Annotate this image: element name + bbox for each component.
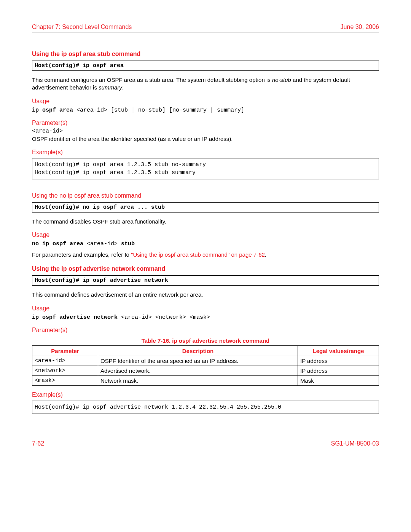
col-legal: Legal values/range — [298, 346, 379, 356]
cell-legal: IP address — [298, 366, 379, 375]
text: . — [265, 251, 266, 258]
cell-param: <mask> — [32, 375, 98, 386]
text: For parameters and examples, refer to — [32, 251, 131, 258]
table-row: <mask> Network mask. Mask — [32, 375, 379, 386]
header-left: Chapter 7: Second Level Commands — [32, 24, 132, 30]
param-desc: OSPF identifier of the area the identifi… — [32, 135, 379, 143]
usage-label-2: Usage — [32, 232, 379, 238]
page-header: Chapter 7: Second Level Commands June 30… — [32, 24, 379, 32]
cell-desc: Advertised network. — [98, 366, 298, 375]
usage-line-stub: ip ospf area <area-id> [stub | no-stub] … — [32, 106, 379, 113]
usage-args: <area-id> — [87, 241, 118, 247]
cmd-box-nostub: Host(config)# no ip ospf area ... stub — [32, 202, 379, 212]
col-parameter: Parameter — [32, 346, 98, 356]
section-title-nostub: Using the no ip ospf area stub command — [32, 192, 379, 199]
text: . — [122, 84, 124, 91]
cell-desc: OSPF Identifier of the area specified as… — [98, 356, 298, 366]
usage-bold: no ip ospf area — [32, 241, 87, 247]
intro-text-nostub: The command disables OSPF stub area func… — [32, 218, 379, 225]
parameters-label-3: Parameter(s) — [32, 327, 379, 334]
intro-text-advertise: This command defines advertisement of an… — [32, 291, 379, 299]
cell-legal: IP address — [298, 356, 379, 366]
cell-param: <network> — [32, 366, 98, 375]
text-italic: summary — [99, 84, 122, 91]
intro-text-stub: This command configures an OSPF area as … — [32, 76, 379, 92]
usage-args: <area-id> <network> <mask> — [121, 314, 210, 321]
section-title-advertise: Using the ip ospf advertise network comm… — [32, 265, 379, 272]
table-row: <network> Advertised network. IP address — [32, 366, 379, 375]
usage-label: Usage — [32, 98, 379, 105]
page-footer: 7-62 SG1-UM-8500-03 — [32, 437, 379, 447]
examples-label: Example(s) — [32, 149, 379, 156]
cell-desc: Network mask. — [98, 375, 298, 386]
usage-args: <area-id> [stub | no-stub] [no-summary |… — [76, 107, 244, 113]
header-right: June 30, 2006 — [341, 24, 379, 30]
parameters-table: Parameter Description Legal values/range… — [32, 345, 379, 386]
example-box-stub: Host(config)# ip ospf area 1.2.3.5 stub … — [32, 158, 379, 179]
table-row: <area-id> OSPF Identifier of the area sp… — [32, 356, 379, 366]
examples-label-3: Example(s) — [32, 391, 379, 398]
footer-right: SG1-UM-8500-03 — [331, 440, 379, 447]
section-title-stub: Using the ip ospf area stub command — [32, 51, 379, 58]
table-header-row: Parameter Description Legal values/range — [32, 346, 379, 356]
usage-bold: ip ospf area — [32, 107, 76, 113]
cmd-box-advertise: Host(config)# ip ospf advertise network — [32, 275, 379, 286]
cell-legal: Mask — [298, 375, 379, 386]
page: Chapter 7: Second Level Commands June 30… — [0, 0, 411, 532]
usage-line-advertise: ip ospf advertise network <area-id> <net… — [32, 313, 379, 321]
usage-line-nostub: no ip ospf area <area-id> stub — [32, 240, 379, 247]
text: This command configures an OSPF area as … — [32, 77, 272, 83]
usage-bold: stub — [118, 241, 135, 247]
parameters-label: Parameter(s) — [32, 120, 379, 126]
cmd-box-stub: Host(config)# ip ospf area — [32, 61, 379, 71]
reference-line: For parameters and examples, refer to "U… — [32, 251, 379, 259]
cross-reference-link[interactable]: "Using the ip ospf area stub command" on… — [131, 251, 265, 258]
table-caption: Table 7-16. ip ospf advertise network co… — [32, 337, 379, 344]
footer-left: 7-62 — [32, 440, 44, 447]
example-box-advertise: Host(config)# ip ospf advertise-network … — [32, 401, 379, 414]
usage-bold: ip ospf advertise network — [32, 314, 121, 321]
text-italic: no-stub — [272, 77, 291, 83]
cell-param: <area-id> — [32, 356, 98, 366]
usage-label-3: Usage — [32, 305, 379, 312]
col-description: Description — [98, 346, 298, 356]
param-name: <area-id> — [32, 128, 379, 134]
